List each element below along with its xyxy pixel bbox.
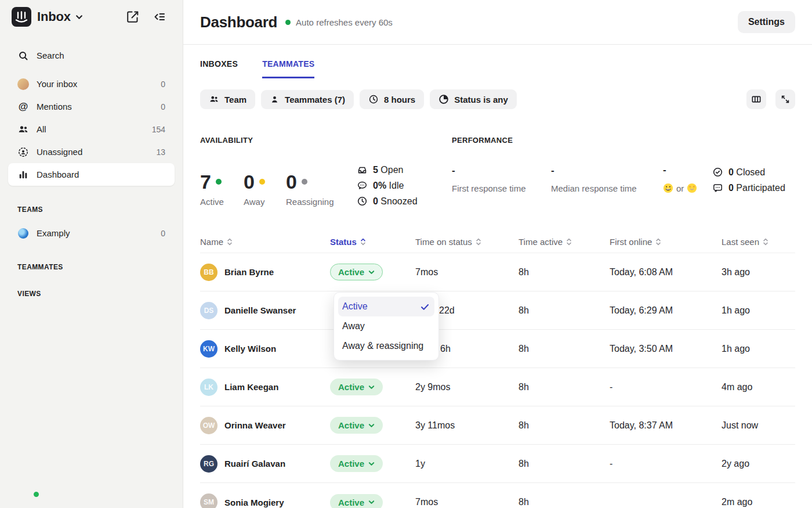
dropdown-option-away-reassigning[interactable]: Away & reassigning xyxy=(338,336,434,356)
person-icon xyxy=(270,95,280,105)
sidebar-item-unassigned[interactable]: Unassigned 13 xyxy=(8,140,175,163)
performance-section: PERFORMANCE - First response time - Medi… xyxy=(452,136,795,207)
sidebar-item-your-inbox[interactable]: Your inbox 0 xyxy=(8,73,175,95)
expand-fullscreen-button[interactable] xyxy=(775,89,795,109)
column-header-last-seen[interactable]: Last seen xyxy=(722,237,795,247)
grinning-emoji-icon xyxy=(663,183,673,193)
current-user-avatar[interactable] xyxy=(16,474,39,498)
availability-section: AVAILABILITY 7 Active 0 Away 0 Reassigni xyxy=(200,136,452,207)
count-badge: 0 xyxy=(161,229,165,238)
status-filter-button[interactable]: Status is any xyxy=(430,89,517,109)
first-response-stat: - First response time xyxy=(452,165,551,193)
dropdown-option-away[interactable]: Away xyxy=(338,316,434,336)
median-response-stat: - Median response time xyxy=(551,165,663,193)
sidebar-item-all[interactable]: All 154 xyxy=(8,118,175,140)
sort-icon xyxy=(763,237,768,246)
sidebar-item-dashboard[interactable]: Dashboard xyxy=(8,163,175,186)
time-active-cell: 8h xyxy=(519,267,610,278)
columns-view-button[interactable] xyxy=(746,89,766,109)
time-active-cell: 8h xyxy=(519,420,610,431)
column-header-time-on-status[interactable]: Time on status xyxy=(415,237,519,247)
search-icon xyxy=(17,50,29,62)
teammate-name: Danielle Swanser xyxy=(224,305,296,315)
status-dropdown-menu: Active Away Away & reassigning xyxy=(334,292,439,361)
page-title: Dashboard xyxy=(200,13,277,31)
chevron-down-icon xyxy=(368,462,375,466)
unassigned-icon xyxy=(17,146,29,158)
sidebar-item-mentions[interactable]: @ Mentions 0 xyxy=(8,95,175,118)
tab-inboxes[interactable]: INBOXES xyxy=(200,59,238,78)
avatar: KW xyxy=(200,340,217,358)
chat-bubble-icon xyxy=(357,180,368,191)
tab-bar: INBOXES TEAMMATES xyxy=(200,59,795,78)
last-seen-cell: 2y ago xyxy=(722,459,795,469)
time-on-status-cell: 7mos xyxy=(415,497,519,507)
teammates-table: Name Status Time on status Time active F… xyxy=(200,236,795,508)
column-header-time-active[interactable]: Time active xyxy=(519,237,610,247)
table-row: DSDanielle Swanser22d8hToday, 6:29 AM1h … xyxy=(200,291,795,330)
time-active-cell: 8h xyxy=(519,344,610,354)
status-badge[interactable]: Active xyxy=(330,494,383,508)
away-stat: 0 Away xyxy=(244,172,286,207)
clock-icon xyxy=(357,196,368,207)
status-badge[interactable]: Active xyxy=(330,379,383,395)
dropdown-option-active[interactable]: Active xyxy=(338,297,434,316)
hours-filter-button[interactable]: 8 hours xyxy=(360,89,424,109)
sort-icon xyxy=(566,237,572,246)
column-header-first-online[interactable]: First online xyxy=(610,237,722,247)
table-header: Name Status Time on status Time active F… xyxy=(200,236,795,253)
refresh-note: Auto refreshes every 60s xyxy=(296,17,393,27)
avatar: RG xyxy=(200,455,217,473)
first-online-cell: - xyxy=(610,459,722,469)
teammate-name: Liam Keegan xyxy=(224,382,278,392)
performance-metrics: 0 Closed 0 Participated xyxy=(712,167,785,193)
teammates-filter-button[interactable]: Teammates (7) xyxy=(261,90,354,109)
sort-icon xyxy=(655,237,661,246)
status-pie-icon xyxy=(438,94,449,105)
team-filter-button[interactable]: Team xyxy=(200,89,255,109)
column-header-status[interactable]: Status xyxy=(330,237,415,247)
check-circle-icon xyxy=(712,167,723,178)
compose-icon[interactable] xyxy=(126,10,140,24)
tab-teammates[interactable]: TEAMMATES xyxy=(262,59,314,78)
teammate-name: Brian Byrne xyxy=(224,267,274,277)
time-on-status-cell: 7mos xyxy=(415,267,519,278)
sort-icon xyxy=(476,237,481,246)
count-badge: 13 xyxy=(156,147,165,157)
status-badge[interactable]: Active xyxy=(330,264,383,280)
sidebar-section-teams: TEAMS xyxy=(8,206,175,214)
collapse-sidebar-icon[interactable] xyxy=(153,10,166,24)
people-icon xyxy=(17,124,29,135)
clock-icon xyxy=(368,94,379,105)
settings-button[interactable]: Settings xyxy=(738,11,795,33)
status-badge[interactable]: Active xyxy=(330,417,383,434)
avatar: DS xyxy=(200,302,217,319)
check-icon xyxy=(420,302,430,312)
teammate-name: Ruairí Galavan xyxy=(224,459,285,469)
bar-chart-icon xyxy=(17,169,29,181)
time-active-cell: 8h xyxy=(519,382,610,392)
column-header-name[interactable]: Name xyxy=(200,237,330,247)
table-row: LKLiam KeeganActive2y 9mos8h-4m ago xyxy=(200,368,795,406)
closed-metric: 0 Closed xyxy=(712,167,785,178)
table-body: BBBrian ByrneActive7mos8hToday, 6:08 AM3… xyxy=(200,253,795,508)
first-online-cell: Today, 6:08 AM xyxy=(610,267,722,278)
workspace-switcher[interactable]: Inbox xyxy=(8,0,175,34)
sort-icon xyxy=(360,237,366,246)
expand-icon xyxy=(780,94,791,105)
last-seen-cell: Just now xyxy=(722,420,795,431)
inbox-tray-icon xyxy=(357,164,368,175)
reassigning-dot xyxy=(302,179,307,185)
user-avatar-icon xyxy=(17,78,29,90)
csat-stat: - or xyxy=(663,164,712,193)
team-icon xyxy=(209,94,219,105)
time-on-status-cell: 2y 9mos xyxy=(415,382,519,392)
sidebar-item-examply[interactable]: Examply 0 xyxy=(8,222,175,244)
status-badge[interactable]: Active xyxy=(330,455,383,472)
snoozed-metric: 0 Snoozed xyxy=(357,196,418,207)
table-row: KWKelly Wilson6h8hToday, 3:50 AM1h ago xyxy=(200,330,795,368)
search-input[interactable]: Search xyxy=(8,44,175,67)
participated-metric: 0 Participated xyxy=(712,182,785,193)
table-row: SMSonia MogieryActive7mos8h2m ago xyxy=(200,483,795,508)
first-online-cell: - xyxy=(610,382,722,392)
